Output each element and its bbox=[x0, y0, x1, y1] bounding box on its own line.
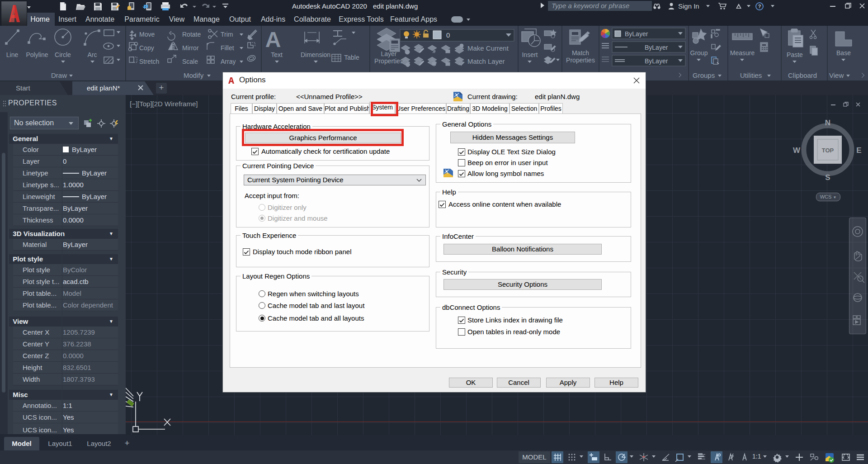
svg-text:Arc: Arc bbox=[88, 51, 97, 58]
svg-text:Make Current: Make Current bbox=[467, 44, 509, 52]
svg-text:Trim: Trim bbox=[221, 31, 233, 38]
svg-text:Layer: Layer bbox=[381, 50, 396, 57]
svg-text:Copy: Copy bbox=[139, 44, 154, 52]
svg-text:Table: Table bbox=[344, 54, 359, 61]
svg-text:W: W bbox=[793, 146, 801, 155]
svg-text:Measure: Measure bbox=[730, 49, 755, 57]
svg-text:Paste: Paste bbox=[787, 51, 803, 58]
svg-text:N: N bbox=[825, 118, 830, 127]
svg-text:Match: Match bbox=[572, 49, 589, 57]
svg-text:Polyline: Polyline bbox=[26, 51, 48, 58]
svg-text:Mirror: Mirror bbox=[182, 44, 199, 52]
svg-text:A: A bbox=[265, 28, 281, 52]
svg-text:Text: Text bbox=[271, 51, 283, 58]
svg-text:Move: Move bbox=[139, 31, 155, 38]
svg-text:Insert: Insert bbox=[522, 51, 538, 58]
svg-text:Properties: Properties bbox=[374, 57, 403, 65]
svg-text:S: S bbox=[825, 173, 830, 182]
svg-text:E: E bbox=[856, 146, 861, 155]
svg-text:Rotate: Rotate bbox=[182, 31, 201, 38]
svg-text:Array: Array bbox=[221, 58, 236, 65]
svg-text:ByLayer: ByLayer bbox=[625, 30, 648, 38]
svg-text:Properties: Properties bbox=[566, 57, 595, 64]
svg-text:Match Layer: Match Layer bbox=[467, 57, 505, 65]
svg-text:Stretch: Stretch bbox=[139, 58, 159, 65]
svg-text:Circle: Circle bbox=[55, 51, 71, 58]
svg-text:Base: Base bbox=[836, 49, 851, 57]
svg-text:Group: Group bbox=[690, 49, 708, 57]
svg-text:Line: Line bbox=[6, 51, 19, 58]
svg-text:Scale: Scale bbox=[182, 58, 198, 65]
svg-text:0: 0 bbox=[446, 31, 450, 39]
svg-text:Fillet: Fillet bbox=[221, 44, 234, 52]
svg-text:Dimension: Dimension bbox=[301, 51, 330, 58]
svg-text:ByLayer: ByLayer bbox=[645, 44, 668, 51]
svg-text:ByLayer: ByLayer bbox=[645, 57, 668, 65]
svg-text:?: ? bbox=[758, 4, 761, 9]
svg-text:TOP: TOP bbox=[822, 147, 834, 154]
